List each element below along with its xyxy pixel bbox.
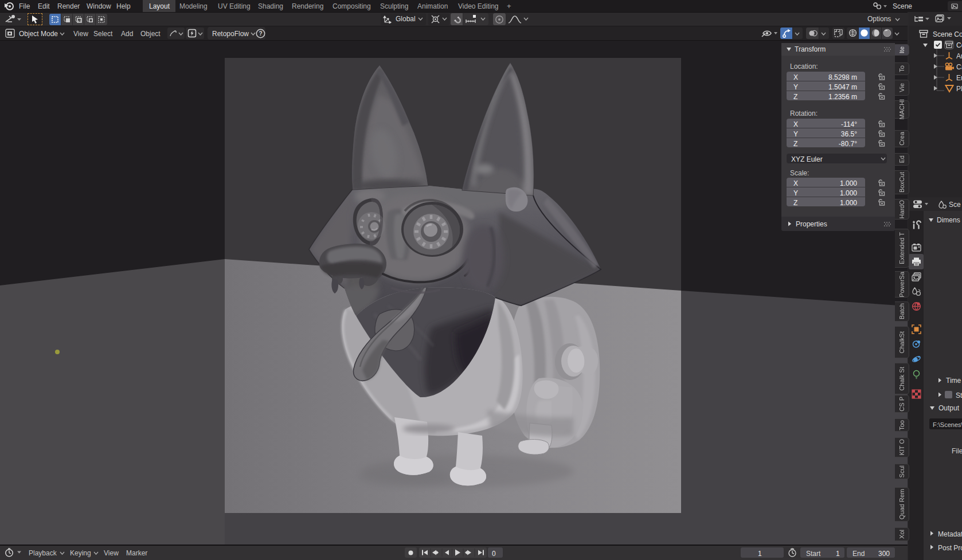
svg-text:?: ?: [259, 30, 262, 37]
